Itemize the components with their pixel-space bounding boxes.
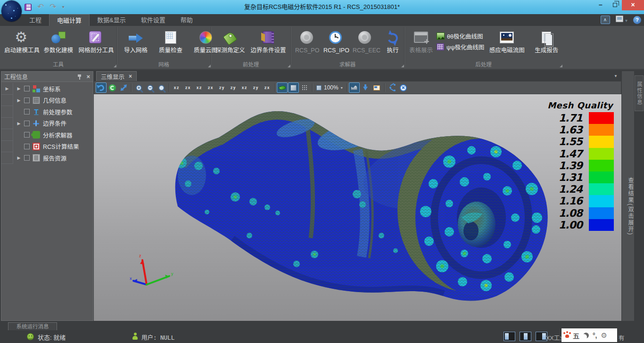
- restore-button[interactable]: [608, 0, 622, 10]
- checkbox[interactable]: [24, 132, 30, 138]
- rcs-ipo-button[interactable]: RCS_IPO: [321, 28, 349, 54]
- view-preset-button-5[interactable]: zy: [216, 82, 227, 93]
- zoom-level-select[interactable]: 100% ▾: [314, 84, 345, 91]
- ime-settings-gear-icon[interactable]: ⚙: [601, 332, 607, 339]
- tree-item-analysis-solver[interactable]: 分析求解器: [1, 129, 93, 141]
- layout-center-button[interactable]: [520, 332, 531, 341]
- generate-report-button[interactable]: 生成报告: [532, 28, 561, 54]
- checkbox[interactable]: [24, 109, 30, 114]
- gutter-expander-icon[interactable]: ▶: [1, 83, 13, 95]
- group-launcher-icon[interactable]: [288, 65, 290, 67]
- mesh-tool-button[interactable]: 网格剖分工具: [76, 28, 115, 54]
- checkbox[interactable]: [24, 121, 30, 126]
- table-display-button[interactable]: 表格展示: [406, 28, 436, 54]
- expander-icon[interactable]: ▶: [17, 86, 21, 91]
- checkbox[interactable]: [24, 155, 30, 161]
- status-text: 状态: 就绪: [38, 333, 66, 342]
- save-view-button[interactable]: [360, 82, 371, 93]
- group-launcher-icon[interactable]: [560, 65, 562, 67]
- moon-icon[interactable]: [583, 333, 589, 338]
- launch-modeler-button[interactable]: ⚙ 启动建模工具: [2, 28, 41, 54]
- ribbon-collapse-button[interactable]: ∧: [601, 16, 610, 24]
- wireframe-mode-button[interactable]: [299, 82, 310, 93]
- view-preset-button-4[interactable]: zx: [205, 82, 216, 93]
- display-mode-button[interactable]: ▾: [616, 16, 627, 24]
- expander-icon[interactable]: ▶: [17, 98, 21, 103]
- zoom-in-button[interactable]: +: [133, 82, 144, 93]
- checkbox[interactable]: [24, 144, 30, 149]
- parametric-modeling-button[interactable]: 参数化建模: [41, 28, 75, 54]
- view-preset-button-1[interactable]: xz: [171, 82, 182, 93]
- expander-icon[interactable]: ▶: [17, 155, 21, 160]
- view-preset-button-7[interactable]: xz: [239, 82, 250, 93]
- app-logo-icon[interactable]: [1, 0, 22, 22]
- import-mesh-button[interactable]: 导入网格: [119, 28, 153, 54]
- expander-icon[interactable]: ▶: [17, 121, 21, 126]
- properties-panel-tab[interactable]: 属性信息: [635, 75, 644, 111]
- results-panel-label[interactable]: 查看结果(双击展开): [622, 177, 635, 236]
- tree-item-coordinate-system[interactable]: ▶ 坐标系: [1, 83, 93, 95]
- tree-item-report-resources[interactable]: ▶ 报告资源: [1, 152, 93, 164]
- tree-item-rcs-results[interactable]: RCS计算结果: [1, 141, 93, 153]
- window-controls: – ×: [594, 0, 644, 10]
- boundary-condition-button[interactable]: 边界条件设置: [248, 28, 289, 54]
- rcs-po-button[interactable]: RCS_PO: [293, 28, 320, 54]
- scene-manager-button[interactable]: [372, 82, 382, 93]
- tab-close-icon[interactable]: ×: [129, 73, 132, 80]
- snapshot-button[interactable]: [349, 82, 360, 93]
- tree-item-preprocess-params[interactable]: T 前处理参数: [1, 106, 93, 118]
- view-preset-button-9[interactable]: zx: [262, 82, 272, 93]
- share-view-button[interactable]: [387, 82, 397, 93]
- help-button[interactable]: ?: [633, 16, 641, 24]
- close-view-button[interactable]: [398, 82, 409, 93]
- pin-icon[interactable]: [77, 74, 82, 80]
- view-preset-button-3[interactable]: xz: [194, 82, 205, 93]
- view-preset-button-2[interactable]: zx: [182, 82, 193, 93]
- zoom-out-button[interactable]: −: [145, 82, 156, 93]
- purple-grid-icon: [437, 43, 444, 50]
- ime-punctuation-mode[interactable]: °,: [593, 332, 597, 339]
- view-preset-button-6[interactable]: zy: [228, 82, 239, 93]
- tab-em-compute[interactable]: 电磁计算: [49, 14, 90, 26]
- layout-left-button[interactable]: [504, 332, 515, 341]
- induced-current-map-button[interactable]: 感应电磁流图: [485, 28, 528, 54]
- minimize-button[interactable]: –: [594, 0, 608, 10]
- panel-close-button[interactable]: ×: [86, 74, 90, 80]
- rcs-eec-button[interactable]: RCS_EEC: [350, 28, 379, 54]
- quality-check-button[interactable]: 质量检查: [154, 28, 188, 54]
- ime-logo-paw-icon[interactable]: [565, 335, 569, 338]
- ime-wubi-mode[interactable]: 五: [573, 331, 579, 340]
- close-button[interactable]: ×: [622, 0, 644, 10]
- axis-z-label: z: [139, 253, 141, 258]
- probe-angle-button[interactable]: 探测角定义: [213, 28, 248, 54]
- status-smiley-icon: [27, 333, 34, 340]
- theta-polar-curve-button[interactable]: θθ极化曲线图: [437, 32, 484, 41]
- tab-overflow-icon[interactable]: ▼: [614, 74, 618, 78]
- tab-data-display[interactable]: 数据&显示: [90, 14, 133, 26]
- tab-project[interactable]: 工程: [22, 14, 49, 26]
- bottom-dock: 系统运行消息: [0, 322, 644, 330]
- tab-help[interactable]: 帮助: [173, 14, 200, 26]
- tree-item-boundary-conditions[interactable]: ▶ 边界条件: [1, 118, 93, 130]
- execute-button[interactable]: 执行: [382, 28, 403, 54]
- group-launcher-icon[interactable]: [208, 65, 211, 67]
- rotate-view-button[interactable]: [96, 82, 107, 93]
- orbit-button[interactable]: [107, 82, 118, 93]
- 3d-viewport-canvas[interactable]: x y z Mesh Quality 1.71 1.63 1.55 1.47 1…: [94, 94, 621, 321]
- tree-gutter: ▶: [1, 83, 13, 164]
- group-launcher-icon[interactable]: [114, 65, 116, 67]
- pan-button[interactable]: [118, 82, 129, 93]
- system-messages-tab[interactable]: 系统运行消息: [8, 322, 57, 330]
- zoom-fit-button[interactable]: [156, 82, 167, 93]
- checkbox[interactable]: [24, 86, 30, 91]
- checkbox[interactable]: [24, 98, 30, 103]
- psi-polar-curve-button[interactable]: ψψ极化曲线图: [437, 42, 484, 51]
- view-preset-button-8[interactable]: zy: [250, 82, 261, 93]
- smooth-shade-button[interactable]: [277, 82, 288, 93]
- results-collapsed-panel[interactable]: 查看结果(双击展开): [621, 71, 634, 321]
- tab-software-settings[interactable]: 软件设置: [133, 14, 173, 26]
- tree-item-geometry-info[interactable]: ▶ 几何信息: [1, 95, 93, 106]
- shaded-mode-button[interactable]: [288, 82, 299, 93]
- tab-3d-display[interactable]: 三维显示 ×: [96, 71, 137, 81]
- group-launcher-icon[interactable]: [401, 65, 404, 67]
